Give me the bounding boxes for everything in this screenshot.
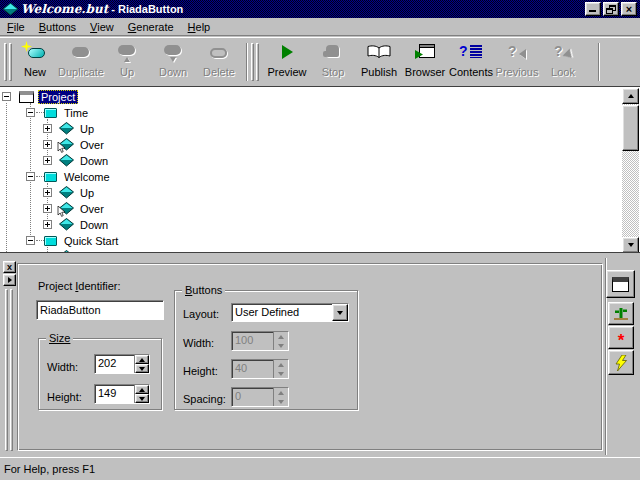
spin-down-button[interactable]	[135, 394, 149, 403]
tree-expander[interactable]	[43, 220, 52, 229]
spin-up-button[interactable]	[274, 388, 288, 397]
move-down-button[interactable]: Down	[150, 41, 196, 83]
layout-combobox[interactable]: User Defined	[231, 303, 349, 322]
scroll-up-icon	[628, 94, 634, 98]
move-up-button[interactable]: Up	[104, 41, 150, 83]
buttons-width-spinner[interactable]: 100	[231, 331, 289, 351]
toolbar-grip[interactable]	[251, 43, 254, 81]
buttons-width-label: Width:	[183, 337, 214, 349]
play-icon	[272, 41, 302, 65]
tree-expander[interactable]	[43, 188, 52, 197]
move-up-icon	[112, 41, 142, 65]
tree-expander[interactable]	[26, 172, 35, 181]
publish-button[interactable]: Publish	[356, 41, 402, 83]
app-window: Welcome.but - RiadaButton × File Buttons…	[0, 0, 640, 480]
tree-expander[interactable]	[43, 156, 52, 165]
browser-button[interactable]: Browser	[402, 41, 448, 83]
spin-down-button[interactable]	[274, 397, 288, 406]
tree-item-label[interactable]: Time	[61, 106, 91, 120]
panel-close-button[interactable]: x	[3, 261, 16, 273]
stop-button[interactable]: Stop	[310, 41, 356, 83]
tree-item-label[interactable]: Down	[77, 218, 111, 232]
spin-up-button[interactable]	[135, 385, 149, 394]
buttons-group: Buttons Layout: User Defined Width: 100 …	[174, 290, 358, 410]
tree-item-label[interactable]: Quick Start	[61, 234, 121, 248]
tree-item-label[interactable]: Project	[38, 90, 78, 104]
new-button[interactable]: New	[12, 41, 58, 83]
window-title-app: RiadaButton	[118, 3, 183, 15]
menu-file[interactable]: File	[0, 19, 32, 35]
minimize-button[interactable]	[585, 2, 601, 16]
menu-buttons[interactable]: Buttons	[32, 19, 83, 35]
project-tree: Project Time Up Over Down	[0, 86, 640, 253]
project-identifier-input[interactable]	[36, 300, 164, 320]
side-tab-highlight[interactable]: *	[608, 326, 634, 349]
tree-item-label[interactable]: Over	[77, 202, 107, 216]
spin-up-button[interactable]	[274, 332, 288, 341]
previous-button[interactable]: ? Previous	[494, 41, 540, 83]
preview-button[interactable]: Preview	[264, 41, 310, 83]
spin-down-button[interactable]	[135, 364, 149, 373]
tree-expander[interactable]	[43, 124, 52, 133]
size-group: Size Width: 202 Height: 149	[38, 338, 162, 410]
scrollbar-thumb[interactable]	[622, 105, 639, 151]
contents-button[interactable]: ? Contents	[448, 41, 494, 83]
panel-grip[interactable]	[10, 289, 13, 451]
delete-icon	[204, 41, 234, 65]
tree-item-label[interactable]: Up	[77, 186, 97, 200]
state-diamond-icon	[59, 250, 75, 253]
duplicate-icon	[66, 41, 96, 65]
look-button[interactable]: ? Look	[540, 41, 586, 83]
toolbar-grip[interactable]	[256, 43, 259, 81]
side-tab-action[interactable]	[608, 350, 634, 375]
panel-expand-button[interactable]	[3, 274, 16, 286]
spin-up-button[interactable]	[135, 355, 149, 364]
spin-down-button[interactable]	[274, 341, 288, 350]
toolbar-separator	[598, 43, 600, 81]
tree-item-label[interactable]: Up	[77, 122, 97, 136]
menu-view[interactable]: View	[83, 19, 121, 35]
size-group-title: Size	[46, 332, 73, 344]
scroll-down-button[interactable]	[622, 237, 639, 253]
lightning-icon	[615, 355, 628, 371]
tree-expander[interactable]	[2, 92, 11, 101]
menu-help[interactable]: Help	[181, 19, 218, 35]
size-height-spinner[interactable]: 149	[94, 384, 150, 404]
tree-expander[interactable]	[43, 140, 52, 149]
close-button[interactable]: ×	[621, 2, 637, 16]
tree-vertical-scrollbar[interactable]	[622, 88, 639, 253]
restore-button[interactable]	[603, 2, 619, 16]
spin-down-button[interactable]	[274, 369, 288, 378]
size-width-spinner[interactable]: 202	[94, 354, 150, 374]
scroll-up-button[interactable]	[622, 88, 639, 104]
tree-row: Over	[0, 137, 600, 153]
help-previous-icon: ?	[502, 41, 532, 65]
panel-grip[interactable]	[5, 289, 8, 451]
side-tab-picture[interactable]	[608, 302, 634, 325]
delete-button[interactable]: Delete	[196, 41, 242, 83]
spin-up-button[interactable]	[274, 360, 288, 369]
form-window-icon	[612, 277, 629, 292]
toolbar: New Duplicate Up Down Delete Preview Sto…	[0, 37, 640, 86]
tree-item-label[interactable]: Up	[77, 250, 97, 253]
tree-item-label[interactable]: Over	[77, 138, 107, 152]
menu-generate[interactable]: Generate	[121, 19, 181, 35]
tree-item-label[interactable]: Welcome	[61, 170, 113, 184]
title-bar[interactable]: Welcome.but - RiadaButton ×	[0, 0, 640, 18]
tree-item-label[interactable]: Down	[77, 154, 111, 168]
tree-expander[interactable]	[26, 108, 35, 117]
buttons-height-spinner[interactable]: 40	[231, 359, 289, 379]
button-page-icon	[43, 170, 59, 184]
toolbar-grip[interactable]	[4, 43, 7, 81]
buttons-group-title: Buttons	[182, 284, 225, 296]
state-diamond-icon	[59, 218, 75, 232]
combo-dropdown-button[interactable]	[332, 304, 348, 321]
tree-expander[interactable]	[43, 204, 52, 213]
duplicate-button[interactable]: Duplicate	[58, 41, 104, 83]
button-page-icon	[43, 106, 59, 120]
tree-expander[interactable]	[43, 252, 52, 253]
tree-expander[interactable]	[26, 236, 35, 245]
side-tab-form[interactable]	[606, 270, 635, 298]
tree-row: Down	[0, 153, 600, 169]
spacing-spinner[interactable]: 0	[231, 387, 289, 407]
